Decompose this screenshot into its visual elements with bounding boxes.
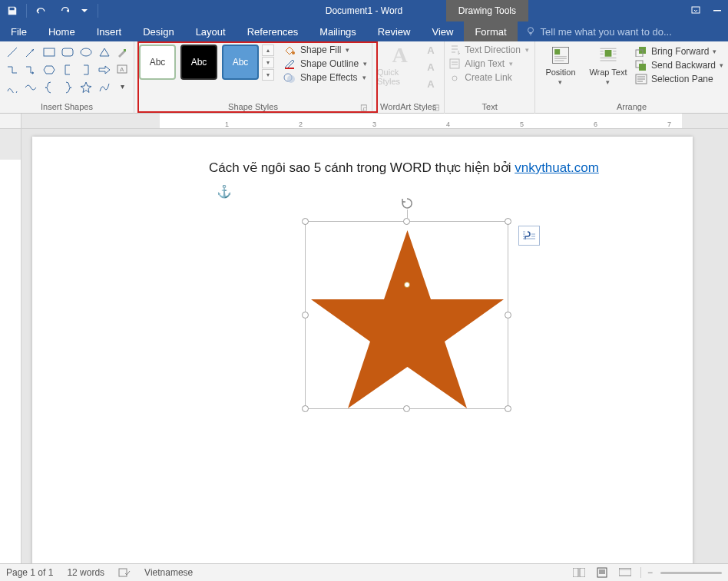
status-words[interactable]: 12 words [67, 567, 104, 578]
resize-handle-e[interactable] [505, 312, 511, 319]
shape-arrow-right-icon[interactable] [97, 62, 112, 78]
bring-forward-button[interactable]: Bring Forward▾ [635, 46, 723, 57]
svg-rect-26 [573, 568, 578, 577]
undo-button[interactable] [28, 0, 53, 21]
shape-elbow-arrow-icon[interactable] [23, 62, 38, 78]
ruler-vertical[interactable] [0, 129, 22, 563]
status-language[interactable]: Vietnamese [144, 567, 193, 578]
shape-triangle-icon[interactable] [97, 45, 112, 60]
minimize-button[interactable] [706, 0, 728, 21]
shape-adjust-handle[interactable] [404, 282, 410, 288]
view-read-button[interactable] [571, 566, 587, 579]
resize-handle-se[interactable] [505, 405, 511, 412]
shape-rbrace-icon[interactable] [60, 80, 75, 95]
resize-handle-ne[interactable] [505, 218, 511, 225]
document-page[interactable]: Cách vẽ ngôi sao 5 cánh trong WORD thực … [32, 137, 693, 563]
create-link-button[interactable]: Create Link [449, 72, 529, 83]
anchor-icon[interactable]: ⚓ [217, 184, 232, 199]
shapes-expand-button[interactable]: ▾ [115, 78, 129, 94]
shape-outline-button[interactable]: Shape Outline▾ [283, 58, 367, 69]
shape-hexagon-icon[interactable] [41, 62, 57, 78]
tab-layout[interactable]: Layout [185, 21, 237, 41]
group-arrange: Position ▾ Wrap Text ▾ Bring Forward▾ Se… [535, 41, 728, 114]
gallery-down-button[interactable]: ▾ [262, 57, 274, 68]
tab-mailings[interactable]: Mailings [309, 21, 367, 41]
position-button[interactable]: Position ▾ [540, 45, 581, 86]
shape-elbow-icon[interactable] [5, 62, 20, 78]
ribbon-options-button[interactable] [685, 0, 706, 21]
gallery-up-button[interactable]: ▴ [262, 45, 274, 56]
style-preview-2[interactable]: Abc [180, 45, 217, 80]
resize-handle-sw[interactable] [302, 405, 309, 412]
contextual-tab-label: Drawing Tools [446, 0, 528, 21]
tab-design[interactable]: Design [132, 21, 184, 41]
shape-wave-icon[interactable] [23, 80, 38, 95]
shape-effects-button[interactable]: Shape Effects▾ [283, 72, 367, 83]
text-box-button[interactable]: A [115, 61, 129, 77]
shape-rect-icon[interactable] [41, 45, 57, 60]
text-direction-button[interactable]: Text Direction▾ [449, 45, 529, 55]
tab-insert[interactable]: Insert [86, 21, 133, 41]
text-outline-button[interactable]: A [427, 61, 439, 75]
shape-fill-button[interactable]: Shape Fill▾ [283, 45, 367, 55]
shape-rbracket-icon[interactable] [78, 62, 94, 78]
style-preview-3[interactable]: Abc [222, 45, 259, 80]
shape-freeform-icon[interactable] [97, 80, 112, 95]
shape-lbracket-icon[interactable] [60, 62, 75, 78]
shape-star-icon[interactable] [78, 80, 94, 95]
gallery-more-button[interactable]: ▾ [262, 69, 274, 81]
document-link[interactable]: vnkythuat.com [515, 160, 599, 175]
save-button[interactable] [0, 0, 25, 21]
view-web-button[interactable] [617, 566, 633, 579]
undo-icon [35, 5, 47, 16]
shape-line-icon[interactable] [5, 45, 20, 60]
tell-me-placeholder: Tell me what you want to do... [541, 26, 672, 38]
ruler-horizontal[interactable]: 1 2 3 4 5 6 7 [22, 114, 728, 128]
redo-button[interactable] [53, 0, 78, 21]
shape-lbrace-icon[interactable] [41, 80, 57, 95]
selection-pane-button[interactable]: Selection Pane [635, 74, 723, 84]
shape-selection-box[interactable] [305, 221, 508, 409]
status-spellcheck-icon[interactable] [118, 567, 131, 578]
zoom-slider[interactable] [660, 572, 722, 574]
style-preview-1[interactable]: Abc [139, 45, 176, 80]
edit-shape-button[interactable] [115, 45, 129, 60]
ribbon: A ▾ Insert Shapes Abc Abc Abc ▴ ▾ ▾ Shap… [0, 41, 728, 114]
qat-more-button[interactable] [78, 0, 91, 21]
tab-home[interactable]: Home [38, 21, 86, 41]
tab-view[interactable]: View [421, 21, 464, 41]
resize-handle-w[interactable] [302, 312, 309, 319]
shape-style-commands: Shape Fill▾ Shape Outline▾ Shape Effects… [283, 45, 367, 83]
resize-handle-n[interactable] [403, 218, 410, 225]
layout-options-button[interactable] [518, 226, 540, 246]
quick-styles-button[interactable]: A Quick Styles [377, 45, 422, 86]
view-print-button[interactable] [594, 566, 610, 579]
status-page[interactable]: Page 1 of 1 [6, 567, 53, 578]
send-backward-button[interactable]: Send Backward▾ [635, 60, 723, 71]
shape-oval-icon[interactable] [78, 45, 94, 60]
rotate-handle[interactable] [401, 197, 413, 210]
shape-styles-gallery[interactable]: Abc Abc Abc [139, 45, 259, 80]
text-fill-button[interactable]: A [427, 45, 439, 58]
wrap-text-button[interactable]: Wrap Text ▾ [587, 45, 629, 86]
edit-shape-icon [117, 47, 127, 58]
shape-curve-icon[interactable] [5, 80, 20, 95]
resize-handle-s[interactable] [403, 405, 410, 412]
shapes-gallery[interactable] [5, 45, 112, 95]
shape-roundrect-icon[interactable] [60, 45, 75, 60]
star-shape[interactable] [306, 224, 509, 412]
shape-styles-launcher[interactable]: ◲ [360, 103, 367, 111]
tab-references[interactable]: References [237, 21, 309, 41]
tab-review[interactable]: Review [367, 21, 422, 41]
shapes-more-column: A ▾ [115, 45, 129, 94]
resize-handle-nw[interactable] [302, 218, 309, 225]
align-text-button[interactable]: Align Text▾ [449, 58, 529, 69]
wordart-launcher[interactable]: ◲ [432, 103, 439, 111]
document-text[interactable]: Cách vẽ ngôi sao 5 cánh trong WORD thực … [209, 160, 662, 176]
tab-format[interactable]: Format [464, 21, 517, 41]
document-scroll[interactable]: Cách vẽ ngôi sao 5 cánh trong WORD thực … [22, 129, 728, 563]
text-effects-button[interactable]: A [427, 78, 439, 92]
shape-arrow-icon[interactable] [23, 45, 38, 60]
tab-file[interactable]: File [0, 21, 38, 41]
tell-me-search[interactable]: Tell me what you want to do... [518, 21, 680, 41]
